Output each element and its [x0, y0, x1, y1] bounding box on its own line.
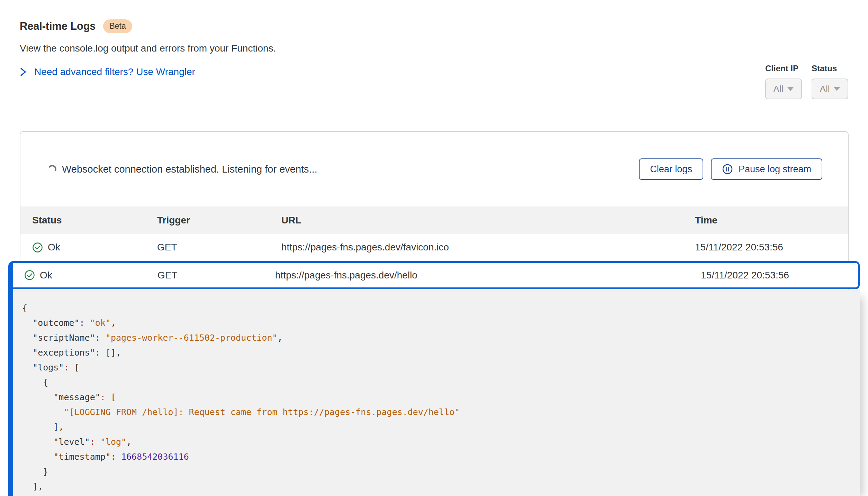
wrangler-link-label: Need advanced filters? Use Wrangler — [34, 66, 195, 77]
realtime-logs-page: Real-time Logs Beta View the console.log… — [0, 0, 868, 496]
page-title: Real-time Logs — [20, 20, 96, 33]
success-check-icon — [32, 242, 43, 253]
client-ip-filter: Client IP All — [765, 64, 802, 99]
column-header-status: Status — [20, 215, 157, 226]
header-left: Real-time Logs Beta View the console.log… — [20, 19, 276, 99]
column-header-url: URL — [281, 215, 695, 226]
page-subtitle: View the console.log output and errors f… — [20, 43, 276, 54]
chevron-right-icon — [20, 67, 27, 77]
status-cell: Ok — [13, 270, 157, 281]
status-filter-label: Status — [812, 64, 848, 73]
websocket-status: Websocket connection established. Listen… — [48, 164, 317, 175]
pause-log-stream-label: Pause log stream — [739, 164, 811, 175]
logs-table-header: Status Trigger URL Time — [20, 206, 848, 234]
status-label: Ok — [48, 242, 60, 253]
pause-icon — [722, 164, 733, 175]
success-check-icon — [24, 270, 35, 281]
clear-logs-label: Clear logs — [650, 164, 692, 175]
clear-logs-button[interactable]: Clear logs — [639, 158, 703, 180]
selected-log-entry: Ok GET https://pages-fns.pages.dev/hello… — [8, 261, 860, 496]
caret-down-icon — [787, 87, 794, 91]
spinner-icon — [47, 164, 57, 174]
beta-badge: Beta — [103, 19, 132, 33]
column-header-time: Time — [695, 215, 848, 226]
page-header: Real-time Logs Beta View the console.log… — [0, 0, 868, 99]
client-ip-dropdown-value: All — [774, 84, 784, 94]
client-ip-dropdown[interactable]: All — [765, 79, 802, 99]
time-cell: 15/11/2022 20:53:56 — [695, 242, 848, 253]
column-header-trigger: Trigger — [157, 215, 281, 226]
wrangler-link[interactable]: Need advanced filters? Use Wrangler — [20, 66, 195, 77]
status-filter: Status All — [812, 64, 848, 99]
client-ip-filter-label: Client IP — [765, 64, 802, 73]
log-row-selected[interactable]: Ok GET https://pages-fns.pages.dev/hello… — [13, 261, 860, 289]
status-label: Ok — [40, 270, 52, 281]
filters: Client IP All Status All — [765, 19, 848, 99]
trigger-cell: GET — [157, 242, 281, 253]
title-row: Real-time Logs Beta — [20, 19, 276, 33]
status-cell: Ok — [20, 242, 157, 253]
url-cell: https://pages-fns.pages.dev/favicon.ico — [281, 242, 695, 253]
logs-toolbar: Websocket connection established. Listen… — [20, 132, 848, 206]
url-cell: https://pages-fns.pages.dev/hello — [275, 270, 701, 281]
json-code: { "outcome": "ok", "scriptName": "pages-… — [22, 301, 860, 494]
trigger-cell: GET — [157, 270, 275, 281]
log-row[interactable]: Ok GET https://pages-fns.pages.dev/favic… — [20, 234, 848, 260]
log-detail-json: { "outcome": "ok", "scriptName": "pages-… — [13, 290, 860, 496]
caret-down-icon — [834, 87, 840, 91]
websocket-status-text: Websocket connection established. Listen… — [62, 164, 317, 175]
time-cell: 15/11/2022 20:53:56 — [701, 270, 858, 281]
status-dropdown[interactable]: All — [812, 79, 848, 99]
toolbar-actions: Clear logs Pause log stream — [639, 158, 822, 180]
status-dropdown-value: All — [820, 84, 830, 94]
pause-log-stream-button[interactable]: Pause log stream — [711, 158, 822, 180]
